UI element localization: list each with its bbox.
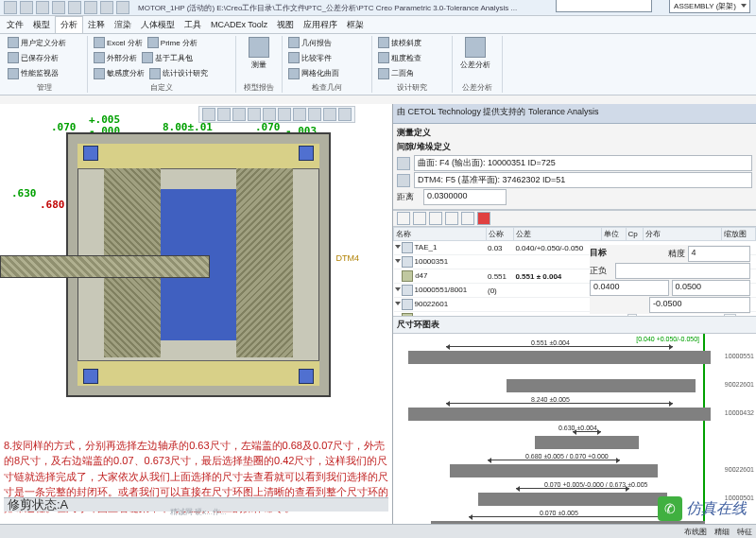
flip-icon[interactable] <box>429 212 442 225</box>
rbtn-measure[interactable]: 测量 <box>240 36 278 71</box>
precision-field[interactable]: 4 <box>688 246 751 262</box>
csys-icon[interactable] <box>338 108 352 121</box>
sens-icon <box>94 68 105 79</box>
qat-close-icon[interactable] <box>100 1 113 14</box>
col-tolerance[interactable]: 公差 <box>513 228 601 241</box>
distance-field[interactable]: 0.0300000 <box>423 189 507 205</box>
delete-icon[interactable] <box>477 212 490 225</box>
qat-open-icon[interactable] <box>20 1 33 14</box>
tab-frame[interactable]: 框架 <box>342 17 369 33</box>
qat-save-icon[interactable] <box>36 1 49 14</box>
qat-new-icon[interactable] <box>4 1 17 14</box>
zoomin-icon[interactable] <box>217 108 231 121</box>
refit-icon[interactable] <box>202 108 215 121</box>
loop-bar[interactable] <box>478 493 667 506</box>
col-dist[interactable]: 分布 <box>644 228 722 241</box>
add-dim-icon[interactable] <box>413 212 426 225</box>
dim-630: .630 <box>11 187 37 200</box>
goal-lower[interactable]: -0.0500 <box>649 297 750 313</box>
plane-field[interactable]: DTM4: F5 (基准平面): 37462302 ID=51 <box>414 172 752 188</box>
loop-part-label: 90022601 <box>725 381 754 388</box>
col-unit[interactable]: 单位 <box>601 228 626 241</box>
rbtn-mesh[interactable]: 网格化曲面 <box>286 67 341 80</box>
rbtn-tol-analysis[interactable]: 公差分析 <box>456 36 494 71</box>
tab-manikin[interactable]: 人体模型 <box>136 17 180 33</box>
plane-icon[interactable] <box>397 174 410 187</box>
distance-label: 距离 <box>397 191 420 203</box>
datum-plane-icon[interactable] <box>308 108 321 121</box>
col-name[interactable]: 名称 <box>394 228 487 241</box>
rg-custom-label: 自定义 <box>92 81 232 93</box>
graphics-toolbar <box>198 106 355 123</box>
rbtn-prime[interactable]: Prime 分析 <box>146 36 199 49</box>
status-feature[interactable]: 特征 <box>737 527 752 537</box>
rg-design-label: 设计研究 <box>376 81 448 93</box>
rbtn-dihedral[interactable]: 二面角 <box>376 67 416 80</box>
watermark: 精诚网 硬x...作... <box>170 507 227 517</box>
loop-bar[interactable] <box>535 436 639 449</box>
col-nominal[interactable]: 公称 <box>486 228 513 241</box>
title-path: MOTOR_1HP (活动的) E:\Creo工作目录\工作文件\PTC_公差分… <box>138 3 517 13</box>
status-route[interactable]: 布线图 <box>684 527 707 537</box>
rbtn-rough[interactable]: 粗度检查 <box>376 51 423 64</box>
analysis-icon <box>8 37 19 48</box>
tab-apps[interactable]: 应用程序 <box>299 17 342 33</box>
loop-bar[interactable] <box>408 351 711 364</box>
qat-windows-icon[interactable] <box>116 1 129 14</box>
shade-icon[interactable] <box>263 108 276 121</box>
assembly-combo[interactable]: ASSEMBLY (架架) <box>669 0 750 13</box>
ribbon-tabs: 文件 模型 分析 注释 渲染 人体模型 工具 MCADEx Toolz 视图 应… <box>0 16 756 34</box>
col-cp[interactable]: Cp <box>626 228 644 241</box>
rough-icon <box>378 52 389 63</box>
qat-undo-icon[interactable] <box>52 1 65 14</box>
dim-680: .680 <box>40 199 65 211</box>
monitor-icon <box>8 68 19 79</box>
loop-bar[interactable] <box>450 464 658 477</box>
rg-manage-label: 管理 <box>6 81 83 93</box>
posneg-combo[interactable] <box>615 263 750 279</box>
datum-axis-icon[interactable] <box>323 108 336 121</box>
rbtn-draft[interactable]: 拔模斜度 <box>376 36 423 49</box>
qat-redo-icon[interactable] <box>68 1 81 14</box>
surface-icon[interactable] <box>397 157 410 170</box>
saved-icon <box>8 52 19 63</box>
loop-bar[interactable] <box>408 408 711 421</box>
status-bar: 布线图 精细 特征 <box>0 524 756 538</box>
goal-upper[interactable]: 0.0500 <box>672 280 751 296</box>
tab-view[interactable]: 视图 <box>272 17 299 33</box>
rbtn-sensitivity[interactable]: 敏感度分析 <box>92 67 146 80</box>
tab-tools[interactable]: 工具 <box>180 17 206 33</box>
rbtn-perf-monitor[interactable]: 性能监视器 <box>6 67 60 80</box>
ta-panel-title: 由 CETOL Technology 提供支持的 Tolerance Analy… <box>393 104 756 124</box>
rbtn-excel[interactable]: Excel 分析 <box>92 36 145 49</box>
refresh-icon[interactable] <box>445 212 458 225</box>
loop-bar[interactable] <box>507 379 696 392</box>
rbtn-saved-analysis[interactable]: 已保存分析 <box>6 51 60 64</box>
tab-mcad[interactable]: MCADEx Toolz <box>206 18 272 31</box>
select-icon[interactable] <box>397 212 410 225</box>
rbtn-compare[interactable]: 比较零件 <box>286 51 334 64</box>
tab-analysis[interactable]: 分析 <box>55 16 83 33</box>
status-fine[interactable]: 精细 <box>714 527 730 537</box>
rbtn-external[interactable]: 外部分析 <box>92 51 139 64</box>
rbtn-geom[interactable]: 几何报告 <box>286 36 334 49</box>
rg-tol-label: 公差分析 <box>456 81 498 93</box>
surface-field[interactable]: 曲面: F4 (输出面): 10000351 ID=725 <box>414 155 752 171</box>
goal-nominal[interactable]: 0.0400 <box>590 280 669 296</box>
rbtn-ud-analysis[interactable]: 用户定义分析 <box>6 36 68 49</box>
zoomout-icon[interactable] <box>232 108 246 121</box>
col-scale[interactable]: 缩放图 <box>722 228 756 241</box>
rbtn-toolkit[interactable]: 基于工具包 <box>140 51 195 64</box>
repaint-icon[interactable] <box>248 108 261 121</box>
qat-regen-icon[interactable] <box>84 1 97 14</box>
graphics-area[interactable]: .070 +.005 -.000 8.00±.01 .070 +.000 -.0… <box>0 104 392 525</box>
tab-file[interactable]: 文件 <box>2 17 28 33</box>
report-icon[interactable] <box>461 212 474 225</box>
rbtn-stat-design[interactable]: 统计设计研究 <box>147 67 210 80</box>
tab-render[interactable]: 渲染 <box>110 17 136 33</box>
search-input[interactable] <box>556 0 652 12</box>
tab-annotate[interactable]: 注释 <box>83 17 110 33</box>
hidden-icon[interactable] <box>278 108 291 121</box>
tab-model[interactable]: 模型 <box>28 17 55 33</box>
wireframe-icon[interactable] <box>293 108 306 121</box>
